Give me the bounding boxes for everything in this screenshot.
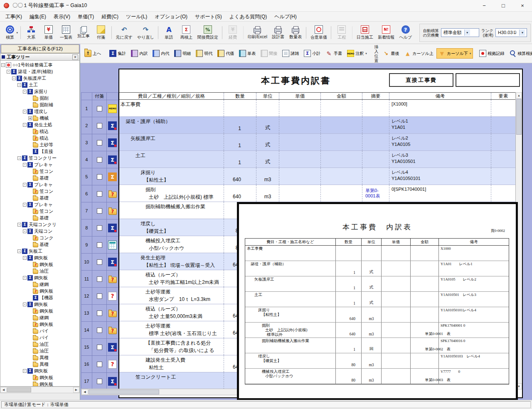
row-type-cell[interactable]	[107, 168, 118, 185]
tree-item[interactable]: 基礎	[0, 241, 79, 248]
tree-item[interactable]: - プレキャ	[0, 181, 79, 188]
item-cell[interactable]: 掘削 土砂 上記以外(小規模) 標準	[119, 185, 224, 202]
tree-item[interactable]: 継鋼	[0, 314, 79, 321]
quantity-cell[interactable]: 640	[224, 168, 256, 185]
row-checkbox[interactable]	[97, 123, 102, 128]
row-checkbox[interactable]	[97, 157, 102, 163]
tree-item[interactable]: 異種	[0, 361, 79, 367]
tree-item[interactable]: パイ	[0, 334, 79, 341]
row-select-cell[interactable]	[92, 219, 107, 237]
unit-cell[interactable]: m3	[256, 185, 279, 202]
element-cell[interactable]	[491, 100, 515, 116]
summary-cell[interactable]	[362, 134, 389, 150]
column-header-unit[interactable]: 単位	[256, 93, 279, 99]
tree-item[interactable]: 土砂等	[0, 141, 79, 148]
back-to-project-list-button[interactable]: 工事名表に戻る(F12)	[1, 44, 79, 53]
amount-cell[interactable]	[321, 168, 362, 185]
sheet-row[interactable]: 床掘り 【粘性土】 640 m3 レベル4 Y1A01050101	[119, 168, 515, 185]
up-button[interactable]: 上へ	[82, 48, 103, 59]
summary-cell[interactable]	[362, 117, 389, 133]
row-checkbox[interactable]	[97, 276, 102, 282]
element-cell[interactable]	[491, 168, 515, 185]
row-select-cell[interactable]	[92, 356, 107, 373]
row-checkbox[interactable]	[97, 106, 102, 111]
row-type-cell[interactable]	[107, 271, 118, 288]
menu-item[interactable]: 単価(T)	[74, 12, 98, 21]
row-checkbox[interactable]	[97, 362, 102, 367]
tree-item[interactable]: 鋼矢板	[0, 374, 79, 381]
tree-expander[interactable]: -	[23, 110, 27, 113]
row-select-cell[interactable]	[92, 185, 107, 202]
tree-item[interactable]: - 鋼矢板	[0, 367, 79, 374]
tree-item[interactable]: 鋼矢板	[0, 308, 79, 314]
item-cell[interactable]: 掘削補助機械搬入搬出作業	[119, 202, 224, 219]
menu-item[interactable]: 編集(E)	[26, 12, 50, 21]
last-button[interactable]: 最後	[380, 48, 401, 59]
maximize-button[interactable]: □	[494, 0, 513, 11]
tanpyo-button[interactable]: 単表	[237, 48, 258, 59]
row-checkbox[interactable]	[97, 328, 102, 333]
quantity-cell[interactable]	[224, 100, 256, 116]
tree-item[interactable]: 鋼矢板	[0, 381, 79, 387]
row-type-cell[interactable]	[107, 185, 118, 202]
column-header-amount[interactable]: 金額	[321, 93, 362, 99]
remarks-cell[interactable]: レベル1 Y1A01	[389, 117, 491, 133]
tree-item[interactable]: + 機械	[0, 115, 79, 121]
menu-item[interactable]: ツール(L)	[122, 12, 151, 21]
row-select-cell[interactable]	[92, 254, 107, 271]
unit-price-cell[interactable]	[279, 117, 321, 133]
unit-price-cell[interactable]	[279, 168, 321, 185]
unit-cell[interactable]	[256, 100, 279, 116]
hierarchy-button[interactable]: 大系	[22, 24, 40, 41]
tree-expander[interactable]: -	[23, 203, 27, 207]
tree-expander[interactable]: -	[7, 70, 10, 74]
row-checkbox[interactable]	[97, 345, 102, 350]
menu-item[interactable]: 工事(K)	[2, 12, 26, 21]
tree-expander[interactable]: -	[17, 156, 21, 160]
row-select-cell[interactable]	[92, 305, 107, 322]
tree-item[interactable]: 継鋼	[0, 281, 79, 288]
scroll-left-icon[interactable]: ◀	[81, 389, 88, 395]
scrollbar-thumb[interactable]	[7, 387, 31, 392]
unit-cell[interactable]: 式	[256, 151, 279, 168]
column-header-summary[interactable]: 摘要	[362, 93, 389, 99]
tree-expander[interactable]: -	[17, 83, 21, 87]
row-checkbox[interactable]	[97, 259, 102, 265]
list-table-button[interactable]: 一覧表	[57, 24, 75, 41]
tree-expander[interactable]: -	[17, 223, 21, 227]
remarks-cell[interactable]: [X1000]	[389, 100, 491, 116]
rank-select[interactable]: H30.03①	[495, 28, 527, 37]
row-select-cell[interactable]	[92, 202, 107, 219]
tree-item[interactable]: - 床掘り	[0, 88, 79, 95]
item-cell[interactable]: 笠コンクリート工	[119, 372, 224, 389]
unit-price-button[interactable]: 単価	[40, 24, 57, 41]
column-header-element[interactable]: 要素	[491, 93, 515, 99]
row-select-cell[interactable]	[92, 271, 107, 288]
uchidai-button[interactable]: 内代	[150, 48, 171, 59]
news-button[interactable]: 新着情報	[376, 24, 397, 41]
scrollbar-thumb[interactable]	[89, 389, 159, 394]
row-type-cell[interactable]	[107, 305, 118, 322]
kansetsu-button[interactable]: 間接	[259, 48, 279, 59]
item-cell[interactable]: 床掘り 【粘性土】	[119, 168, 224, 185]
column-header-item[interactable]: 費目／工種／種別／細別／規格	[119, 93, 224, 99]
item-cell[interactable]: 埋戻し 【礫質土】	[119, 219, 224, 236]
scroll-up-icon[interactable]: ▲	[516, 92, 522, 99]
tree-item[interactable]: パイ	[0, 328, 79, 334]
item-cell[interactable]: 矢板護岸工	[119, 134, 224, 150]
tree-item[interactable]: 掘削補	[0, 101, 79, 108]
tree-expander[interactable]: +	[28, 116, 32, 120]
expense-button[interactable]: 経費	[224, 24, 241, 41]
sheet-row[interactable]: 築堤・護岸（補助） 1 式 レベル1 Y1A01	[119, 117, 515, 134]
unit-price-cell[interactable]	[279, 151, 321, 168]
row-checkbox[interactable]	[97, 191, 102, 197]
tree-item[interactable]: - 発生土処	[0, 121, 79, 128]
tree-item[interactable]: 【直接	[0, 148, 79, 155]
row-type-cell[interactable]	[107, 339, 118, 356]
scroll-right-icon[interactable]: ▶	[73, 387, 79, 393]
summary-cell[interactable]: 単第0- 0001表	[362, 185, 389, 202]
tree-item[interactable]: - 鋼矢板	[0, 254, 79, 261]
tree-item[interactable]: - 鋼矢板	[0, 301, 79, 308]
row-type-cell[interactable]	[107, 134, 118, 151]
tree-item[interactable]: 油圧	[0, 341, 79, 347]
